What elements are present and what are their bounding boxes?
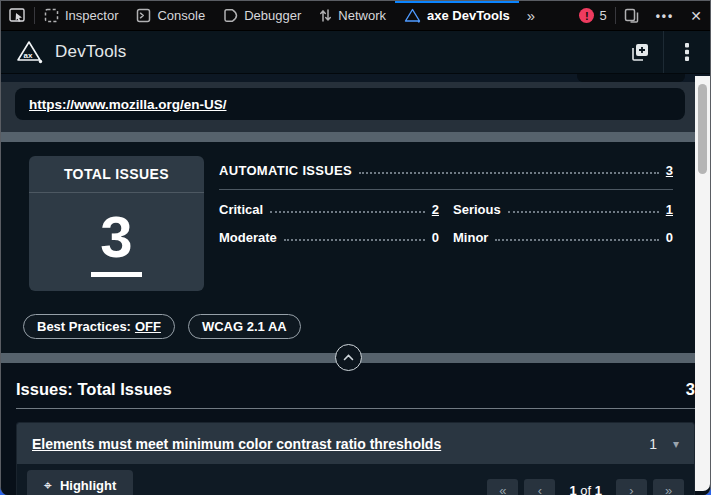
add-page-icon (629, 41, 651, 63)
first-page-icon: « (499, 483, 506, 495)
responsive-design-icon (624, 8, 640, 24)
pagination-prev-button[interactable]: ‹ (524, 479, 555, 495)
severity-label: Moderate (219, 230, 277, 245)
last-page-icon: » (665, 483, 672, 495)
chevrons-right-icon: » (527, 7, 535, 24)
kebab-menu-icon (684, 42, 690, 62)
best-practices-toggle[interactable]: Best Practices:OFF (23, 314, 175, 339)
best-practices-state: OFF (135, 319, 161, 334)
network-icon (319, 8, 332, 23)
chevron-up-icon (343, 354, 354, 361)
highlight-target-icon: ⌖ (44, 477, 52, 494)
pagination-status: 1 of 1 (569, 483, 602, 495)
total-issues-value[interactable]: 3 (91, 208, 141, 277)
vertical-scrollbar[interactable] (695, 76, 710, 491)
scanned-url-link[interactable]: https://www.mozilla.org/en-US/ (29, 97, 227, 112)
issues-section: Issues: Total Issues 3 Elements must mee… (1, 363, 710, 495)
issue-accordion: Elements must meet minimum color contras… (16, 422, 695, 495)
axe-logo-icon: ax (15, 39, 45, 66)
severity-value[interactable]: 2 (432, 202, 439, 217)
pagination-first-button[interactable]: « (487, 479, 518, 495)
severity-grid: Critical 2 Serious 1 Moderate 0 Minor (219, 202, 673, 245)
severity-label: Minor (453, 230, 488, 245)
axe-options-button[interactable] (664, 31, 710, 73)
new-scan-button[interactable] (617, 31, 663, 73)
partially-scrolled-element (577, 74, 685, 82)
axe-tab-icon (404, 8, 421, 23)
best-practices-label: Best Practices: (37, 319, 131, 334)
pagination-last-button[interactable]: » (653, 479, 684, 495)
debugger-icon (223, 8, 238, 23)
severity-row-critical: Critical 2 (219, 202, 439, 217)
highlight-button[interactable]: ⌖ Highlight (27, 470, 133, 495)
issues-heading: Issues: Total Issues (16, 380, 172, 399)
tab-label: Inspector (65, 8, 118, 23)
error-count-badge[interactable]: ! 5 (571, 1, 614, 30)
pick-element-button[interactable] (1, 1, 34, 30)
automatic-issues-value[interactable]: 3 (666, 163, 673, 178)
issue-rule-link[interactable]: Elements must meet minimum color contras… (32, 436, 441, 452)
meatball-menu-icon: ••• (656, 9, 675, 23)
severity-label: Serious (453, 202, 501, 217)
automatic-issues-label: AUTOMATIC ISSUES (219, 163, 352, 178)
tab-label: Debugger (244, 8, 301, 23)
tab-label: axe DevTools (427, 8, 510, 23)
devtools-menu-button[interactable]: ••• (648, 1, 683, 30)
issue-accordion-header[interactable]: Elements must meet minimum color contras… (17, 423, 694, 464)
current-page: 1 (569, 483, 576, 495)
tabbar-spacer (543, 1, 571, 30)
console-icon (136, 8, 151, 23)
url-section: https://www.mozilla.org/en-US/ (1, 82, 710, 132)
summary-panel: TOTAL ISSUES 3 AUTOMATIC ISSUES 3 Critic… (1, 142, 710, 353)
devtools-window: Inspector Console Debugger Network (0, 0, 711, 495)
dotted-leader (495, 239, 658, 241)
close-devtools-button[interactable]: ✕ (682, 1, 710, 30)
scrollbar-thumb[interactable] (698, 84, 707, 174)
tab-overflow-button[interactable]: » (519, 1, 543, 30)
tab-axe-devtools[interactable]: axe DevTools (395, 1, 519, 30)
close-icon: ✕ (690, 8, 702, 24)
svg-text:ax: ax (24, 51, 33, 60)
severity-value: 0 (432, 230, 439, 245)
tab-label: Network (338, 8, 386, 23)
tab-inspector[interactable]: Inspector (35, 1, 127, 30)
breakdown-divider (219, 189, 673, 190)
issue-breakdown: AUTOMATIC ISSUES 3 Critical 2 Serious 1 … (219, 163, 673, 245)
severity-row-minor: Minor 0 (453, 230, 673, 245)
next-page-icon: › (629, 483, 633, 495)
content-top-strip (1, 74, 710, 82)
severity-value[interactable]: 1 (666, 202, 673, 217)
prev-page-icon: ‹ (538, 483, 542, 495)
scan-option-pills: Best Practices:OFF WCAG 2.1 AA (23, 314, 301, 339)
severity-row-moderate: Moderate 0 (219, 230, 439, 245)
issue-instance-count: 1 (649, 436, 657, 452)
caret-down-icon: ▾ (673, 437, 679, 451)
dotted-leader (508, 211, 659, 213)
tab-label: Console (157, 8, 205, 23)
wcag-standard-pill[interactable]: WCAG 2.1 AA (188, 314, 301, 339)
tab-debugger[interactable]: Debugger (214, 1, 310, 30)
axe-panel-title: DevTools (55, 42, 127, 62)
severity-value: 0 (666, 230, 673, 245)
dotted-leader (359, 172, 659, 174)
dotted-leader (284, 239, 425, 241)
error-icon: ! (579, 8, 594, 23)
of-label: of (580, 483, 591, 495)
wcag-label: WCAG 2.1 AA (202, 319, 287, 334)
inspector-icon (44, 8, 59, 23)
tab-network[interactable]: Network (310, 1, 395, 30)
responsive-design-mode-button[interactable] (616, 1, 648, 30)
tab-console[interactable]: Console (127, 1, 214, 30)
severity-label: Critical (219, 202, 263, 217)
axe-header-actions (617, 31, 710, 73)
axe-header: ax DevTools (1, 31, 710, 74)
issues-total-count: 3 (686, 380, 695, 399)
total-issues-card: TOTAL ISSUES 3 (29, 156, 204, 291)
issue-controls-row: ⌖ Highlight « ‹ 1 of 1 (17, 464, 694, 495)
issue-pagination: « ‹ 1 of 1 › » (487, 479, 684, 495)
pagination-next-button[interactable]: › (616, 479, 647, 495)
collapse-summary-button[interactable] (335, 344, 362, 371)
panel-bottom-divider (1, 353, 710, 363)
error-count: 5 (599, 8, 606, 23)
total-issues-label: TOTAL ISSUES (29, 156, 204, 193)
